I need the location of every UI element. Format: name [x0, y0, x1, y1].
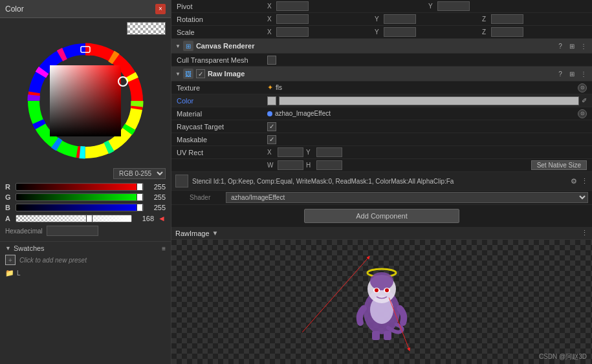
- g-slider-thumb[interactable]: [137, 193, 143, 201]
- b-slider-thumb[interactable]: [137, 204, 143, 211]
- raw-image-settings-button[interactable]: ⊞: [567, 69, 576, 78]
- a-slider-overlay: [16, 215, 131, 222]
- pivot-x-input[interactable]: 0.5: [276, 1, 309, 11]
- stencil-gear-icon[interactable]: ⚙: [571, 177, 577, 186]
- b-slider-track[interactable]: [16, 204, 144, 211]
- svg-point-25: [370, 272, 393, 290]
- material-obj-field: azhao_ImageEffect: [267, 110, 575, 117]
- raycast-checkbox[interactable]: ✓: [267, 122, 276, 131]
- color-mode-select[interactable]: RGB 0-255: [113, 168, 166, 179]
- texture-select-button[interactable]: ⊙: [578, 83, 587, 92]
- rawimage-label: RawImage: [175, 230, 210, 237]
- rotation-z-label: Z: [482, 16, 490, 23]
- add-component-button[interactable]: Add Component: [304, 209, 459, 223]
- rotation-y-input[interactable]: 0: [384, 14, 416, 24]
- rotation-z-input[interactable]: 0: [491, 14, 523, 24]
- stencil-menu-icon[interactable]: ⋮: [581, 177, 588, 186]
- close-button[interactable]: ×: [155, 4, 166, 14]
- uv-wh-fields: W 1 H 1: [267, 160, 529, 170]
- rawimage-row: RawImage ▼ ⋮: [171, 227, 592, 240]
- color-field-row: ✐: [267, 96, 587, 105]
- r-slider-thumb[interactable]: [137, 183, 143, 191]
- canvas-icon-glyph: ⊞: [186, 43, 191, 50]
- canvas-renderer-settings-button[interactable]: ⊞: [567, 41, 576, 50]
- raw-image-header[interactable]: ▼ 🖼 ✓ Raw Image ? ⊞ ⋮: [171, 67, 592, 81]
- preview-image: CSDN @阿赵3D: [171, 240, 592, 364]
- material-dot-icon: [267, 111, 272, 116]
- folder-label: L: [17, 270, 21, 277]
- canvas-renderer-help-button[interactable]: ?: [556, 41, 565, 50]
- scale-z-input[interactable]: 0.5: [491, 27, 523, 37]
- rotation-y-label: Y: [375, 16, 382, 23]
- uv-wh-content: W 1 H 1 Set Native Size: [267, 160, 587, 170]
- color-wheel-container[interactable]: [0, 36, 171, 166]
- r-label: R: [5, 183, 13, 191]
- color-value-bar[interactable]: [279, 96, 579, 105]
- rawimage-dropdown-icon[interactable]: ▼: [212, 230, 219, 237]
- material-content: azhao_ImageEffect ⊙: [267, 109, 587, 118]
- r-slider-track[interactable]: [16, 183, 144, 191]
- canvas-renderer-header[interactable]: ▼ ⊞ Canvas Renderer ? ⊞ ⋮: [171, 39, 592, 54]
- maskable-checkbox[interactable]: ✓: [267, 135, 276, 144]
- raw-image-arrow-icon: ▼: [175, 71, 181, 77]
- rotation-content: X 0 Y 0 Z 0: [267, 14, 587, 24]
- add-preset-row[interactable]: + Click to add new preset: [5, 255, 166, 265]
- add-preset-text: Click to add new preset: [19, 257, 87, 264]
- pivot-y-input[interactable]: 0.5: [437, 1, 470, 11]
- uv-rect-row: UV Rect X 0 Y 0: [171, 146, 592, 159]
- stencil-row: Stencil Id:1, Op:Keep, Comp:Equal, Write…: [171, 172, 592, 191]
- shader-select[interactable]: azhao/ImageEffect: [226, 192, 588, 203]
- swatches-arrow-icon: ▼: [5, 245, 11, 252]
- color-hex-display: [0, 18, 171, 36]
- raw-image-title-group: ✓ Raw Image: [196, 69, 553, 78]
- checkmark-icon: ✓: [198, 70, 203, 78]
- rotation-row: Rotation X 0 Y 0 Z 0: [171, 13, 592, 26]
- uv-h-input[interactable]: 1: [316, 160, 342, 170]
- g-slider-row: G 255: [5, 193, 166, 201]
- uv-y-label: Y: [306, 149, 314, 156]
- color-panel-title: Color: [5, 5, 24, 14]
- canvas-renderer-menu-button[interactable]: ⋮: [579, 41, 588, 50]
- uv-w-input[interactable]: 1: [278, 160, 303, 170]
- uv-rect-label: UV Rect: [177, 149, 267, 156]
- uv-rect-xywh: X 0 Y 0: [267, 147, 587, 157]
- color-swatch[interactable]: [267, 96, 276, 105]
- uv-y-input[interactable]: 0: [316, 147, 342, 157]
- color-title-bar: Color ×: [0, 0, 171, 18]
- svg-rect-31: [384, 331, 391, 340]
- color-wheel[interactable]: [27, 43, 144, 159]
- hex-input[interactable]: FFFFFF: [47, 226, 98, 236]
- set-native-size-button[interactable]: Set Native Size: [531, 160, 587, 170]
- swatches-menu-button[interactable]: ≡: [162, 245, 166, 252]
- pivot-row: Pivot X 0.5 Y 0.5: [171, 0, 592, 13]
- cull-checkbox[interactable]: [267, 56, 276, 65]
- rotation-x-input[interactable]: 0: [276, 14, 309, 24]
- pivot-y-label: Y: [428, 3, 436, 10]
- raw-image-menu-button[interactable]: ⋮: [579, 69, 588, 78]
- uv-x-input[interactable]: 0: [278, 147, 303, 157]
- eye-dropper-icon[interactable]: ✐: [582, 97, 587, 104]
- character-preview: [340, 263, 424, 341]
- raw-image-enabled-checkbox[interactable]: ✓: [196, 69, 205, 78]
- svg-point-28: [375, 288, 378, 292]
- a-slider-track[interactable]: [16, 215, 132, 222]
- material-select-button[interactable]: ⊙: [578, 109, 587, 118]
- stencil-text: Stencil Id:1, Op:Keep, Comp:Equal, Write…: [192, 178, 567, 185]
- shader-row: Shader azhao/ImageEffect: [171, 191, 592, 205]
- pivot-x-label: X: [267, 3, 275, 10]
- rotation-z-field: Z 0: [482, 14, 587, 24]
- b-label: B: [5, 204, 13, 211]
- rotation-y-field: Y 0: [375, 14, 479, 24]
- watermark-text: CSDN @阿赵3D: [539, 352, 587, 361]
- raw-image-help-button[interactable]: ?: [556, 69, 565, 78]
- color-field-label[interactable]: Color: [177, 97, 267, 105]
- raw-image-icon: 🖼: [183, 69, 193, 79]
- scale-z-field: Z 0.5: [482, 27, 587, 37]
- a-slider-thumb[interactable]: [86, 215, 93, 222]
- scale-x-input[interactable]: 0.5: [276, 27, 309, 37]
- scale-y-input[interactable]: 0.5: [384, 27, 416, 37]
- g-slider-track[interactable]: [16, 193, 144, 201]
- rawimage-menu-icon[interactable]: ⋮: [581, 229, 588, 237]
- material-label: Material: [177, 110, 267, 118]
- uv-rect-content: X 0 Y 0: [267, 147, 587, 157]
